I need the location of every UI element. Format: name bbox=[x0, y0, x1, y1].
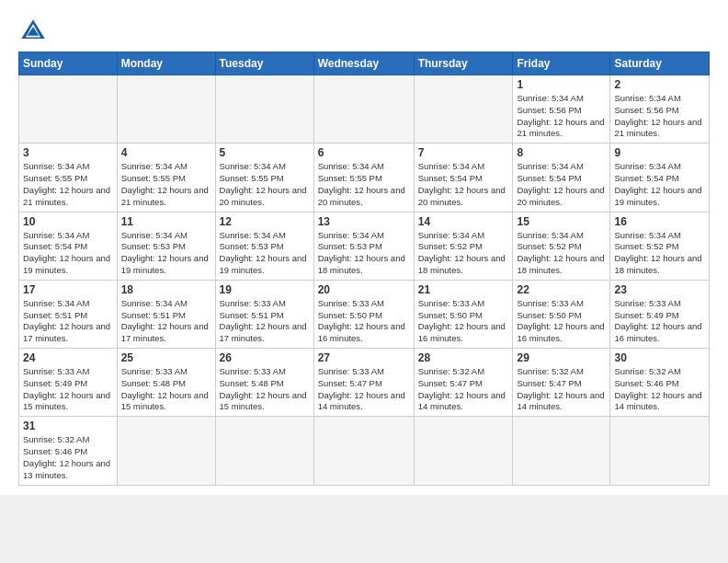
day-number: 4 bbox=[121, 146, 211, 159]
calendar-cell bbox=[117, 417, 215, 485]
day-info: Sunrise: 5:34 AM Sunset: 5:51 PM Dayligh… bbox=[121, 298, 211, 345]
day-info: Sunrise: 5:33 AM Sunset: 5:48 PM Dayligh… bbox=[121, 366, 211, 413]
day-number: 23 bbox=[614, 283, 705, 296]
day-header-monday: Monday bbox=[117, 52, 215, 75]
day-number: 9 bbox=[614, 146, 705, 159]
calendar-cell: 25Sunrise: 5:33 AM Sunset: 5:48 PM Dayli… bbox=[117, 349, 215, 417]
week-row-4: 17Sunrise: 5:34 AM Sunset: 5:51 PM Dayli… bbox=[19, 280, 710, 348]
calendar-cell: 21Sunrise: 5:33 AM Sunset: 5:50 PM Dayli… bbox=[414, 280, 513, 348]
day-info: Sunrise: 5:34 AM Sunset: 5:55 PM Dayligh… bbox=[121, 161, 211, 208]
day-number: 26 bbox=[220, 351, 310, 364]
calendar-cell: 4Sunrise: 5:34 AM Sunset: 5:55 PM Daylig… bbox=[117, 144, 215, 212]
day-number: 22 bbox=[517, 283, 606, 296]
day-number: 5 bbox=[220, 146, 310, 159]
day-info: Sunrise: 5:34 AM Sunset: 5:52 PM Dayligh… bbox=[418, 230, 509, 277]
week-row-6: 31Sunrise: 5:32 AM Sunset: 5:46 PM Dayli… bbox=[19, 417, 710, 485]
day-header-tuesday: Tuesday bbox=[215, 52, 313, 75]
day-info: Sunrise: 5:33 AM Sunset: 5:49 PM Dayligh… bbox=[614, 298, 705, 345]
day-number: 15 bbox=[517, 215, 606, 228]
day-number: 20 bbox=[318, 283, 410, 296]
day-info: Sunrise: 5:33 AM Sunset: 5:50 PM Dayligh… bbox=[418, 298, 509, 345]
calendar-cell: 14Sunrise: 5:34 AM Sunset: 5:52 PM Dayli… bbox=[414, 212, 513, 280]
calendar-cell: 23Sunrise: 5:33 AM Sunset: 5:49 PM Dayli… bbox=[610, 280, 710, 348]
calendar-cell: 31Sunrise: 5:32 AM Sunset: 5:46 PM Dayli… bbox=[19, 417, 118, 485]
header bbox=[18, 17, 710, 46]
day-number: 25 bbox=[121, 351, 211, 364]
day-info: Sunrise: 5:33 AM Sunset: 5:49 PM Dayligh… bbox=[23, 366, 113, 413]
calendar-cell: 28Sunrise: 5:32 AM Sunset: 5:47 PM Dayli… bbox=[414, 349, 513, 417]
day-number: 31 bbox=[23, 419, 113, 432]
day-info: Sunrise: 5:32 AM Sunset: 5:47 PM Dayligh… bbox=[418, 366, 509, 413]
calendar-cell: 5Sunrise: 5:34 AM Sunset: 5:55 PM Daylig… bbox=[215, 144, 313, 212]
day-info: Sunrise: 5:34 AM Sunset: 5:53 PM Dayligh… bbox=[121, 230, 211, 277]
day-number: 13 bbox=[318, 215, 410, 228]
day-number: 12 bbox=[220, 215, 310, 228]
calendar-cell: 18Sunrise: 5:34 AM Sunset: 5:51 PM Dayli… bbox=[117, 280, 215, 348]
day-info: Sunrise: 5:34 AM Sunset: 5:52 PM Dayligh… bbox=[517, 230, 606, 277]
day-number: 19 bbox=[220, 283, 310, 296]
calendar-cell bbox=[215, 417, 313, 485]
day-info: Sunrise: 5:34 AM Sunset: 5:54 PM Dayligh… bbox=[517, 161, 606, 208]
day-info: Sunrise: 5:34 AM Sunset: 5:56 PM Dayligh… bbox=[614, 93, 705, 140]
day-info: Sunrise: 5:34 AM Sunset: 5:55 PM Dayligh… bbox=[23, 161, 113, 208]
day-info: Sunrise: 5:33 AM Sunset: 5:50 PM Dayligh… bbox=[318, 298, 410, 345]
calendar-cell bbox=[313, 75, 414, 144]
day-number: 28 bbox=[418, 351, 509, 364]
calendar-cell: 27Sunrise: 5:33 AM Sunset: 5:47 PM Dayli… bbox=[313, 349, 414, 417]
generalblue-icon bbox=[18, 17, 48, 46]
week-row-3: 10Sunrise: 5:34 AM Sunset: 5:54 PM Dayli… bbox=[19, 212, 710, 280]
logo bbox=[18, 17, 51, 46]
day-info: Sunrise: 5:32 AM Sunset: 5:46 PM Dayligh… bbox=[23, 434, 113, 481]
day-number: 1 bbox=[517, 78, 606, 91]
day-info: Sunrise: 5:34 AM Sunset: 5:51 PM Dayligh… bbox=[23, 298, 113, 345]
calendar-cell: 17Sunrise: 5:34 AM Sunset: 5:51 PM Dayli… bbox=[19, 280, 118, 348]
day-number: 6 bbox=[318, 146, 410, 159]
calendar-table: SundayMondayTuesdayWednesdayThursdayFrid… bbox=[18, 52, 710, 486]
day-header-wednesday: Wednesday bbox=[313, 52, 414, 75]
day-info: Sunrise: 5:34 AM Sunset: 5:54 PM Dayligh… bbox=[614, 161, 705, 208]
day-info: Sunrise: 5:34 AM Sunset: 5:52 PM Dayligh… bbox=[614, 230, 705, 277]
calendar-cell: 19Sunrise: 5:33 AM Sunset: 5:51 PM Dayli… bbox=[215, 280, 313, 348]
day-info: Sunrise: 5:32 AM Sunset: 5:46 PM Dayligh… bbox=[614, 366, 705, 413]
day-number: 27 bbox=[318, 351, 410, 364]
day-number: 16 bbox=[614, 215, 705, 228]
day-number: 7 bbox=[418, 146, 509, 159]
calendar-cell: 11Sunrise: 5:34 AM Sunset: 5:53 PM Dayli… bbox=[117, 212, 215, 280]
calendar-cell bbox=[513, 417, 610, 485]
calendar-cell: 10Sunrise: 5:34 AM Sunset: 5:54 PM Dayli… bbox=[19, 212, 118, 280]
day-info: Sunrise: 5:34 AM Sunset: 5:55 PM Dayligh… bbox=[318, 161, 410, 208]
day-info: Sunrise: 5:33 AM Sunset: 5:51 PM Dayligh… bbox=[220, 298, 310, 345]
calendar-cell: 13Sunrise: 5:34 AM Sunset: 5:53 PM Dayli… bbox=[313, 212, 414, 280]
day-number: 18 bbox=[121, 283, 211, 296]
calendar-cell: 30Sunrise: 5:32 AM Sunset: 5:46 PM Dayli… bbox=[610, 349, 710, 417]
day-info: Sunrise: 5:34 AM Sunset: 5:53 PM Dayligh… bbox=[318, 230, 410, 277]
calendar-cell: 1Sunrise: 5:34 AM Sunset: 5:56 PM Daylig… bbox=[513, 75, 610, 144]
day-number: 17 bbox=[23, 283, 113, 296]
day-number: 21 bbox=[418, 283, 509, 296]
calendar-cell bbox=[610, 417, 710, 485]
calendar-cell: 26Sunrise: 5:33 AM Sunset: 5:48 PM Dayli… bbox=[215, 349, 313, 417]
day-number: 11 bbox=[121, 215, 211, 228]
calendar-cell: 16Sunrise: 5:34 AM Sunset: 5:52 PM Dayli… bbox=[610, 212, 710, 280]
calendar-cell bbox=[19, 75, 118, 144]
day-header-friday: Friday bbox=[513, 52, 610, 75]
day-number: 30 bbox=[614, 351, 705, 364]
calendar-cell: 6Sunrise: 5:34 AM Sunset: 5:55 PM Daylig… bbox=[313, 144, 414, 212]
calendar-cell bbox=[215, 75, 313, 144]
page: SundayMondayTuesdayWednesdayThursdayFrid… bbox=[0, 0, 728, 495]
calendar-cell: 24Sunrise: 5:33 AM Sunset: 5:49 PM Dayli… bbox=[19, 349, 118, 417]
day-number: 2 bbox=[614, 78, 705, 91]
calendar-cell bbox=[414, 417, 513, 485]
calendar-cell bbox=[414, 75, 513, 144]
calendar-cell: 3Sunrise: 5:34 AM Sunset: 5:55 PM Daylig… bbox=[19, 144, 118, 212]
day-headers-row: SundayMondayTuesdayWednesdayThursdayFrid… bbox=[19, 52, 710, 75]
day-header-sunday: Sunday bbox=[19, 52, 118, 75]
day-info: Sunrise: 5:34 AM Sunset: 5:54 PM Dayligh… bbox=[23, 230, 113, 277]
week-row-1: 1Sunrise: 5:34 AM Sunset: 5:56 PM Daylig… bbox=[19, 75, 710, 144]
day-header-saturday: Saturday bbox=[610, 52, 710, 75]
day-number: 29 bbox=[517, 351, 606, 364]
calendar-cell: 9Sunrise: 5:34 AM Sunset: 5:54 PM Daylig… bbox=[610, 144, 710, 212]
day-info: Sunrise: 5:34 AM Sunset: 5:54 PM Dayligh… bbox=[418, 161, 509, 208]
calendar-cell: 12Sunrise: 5:34 AM Sunset: 5:53 PM Dayli… bbox=[215, 212, 313, 280]
day-info: Sunrise: 5:33 AM Sunset: 5:47 PM Dayligh… bbox=[318, 366, 410, 413]
